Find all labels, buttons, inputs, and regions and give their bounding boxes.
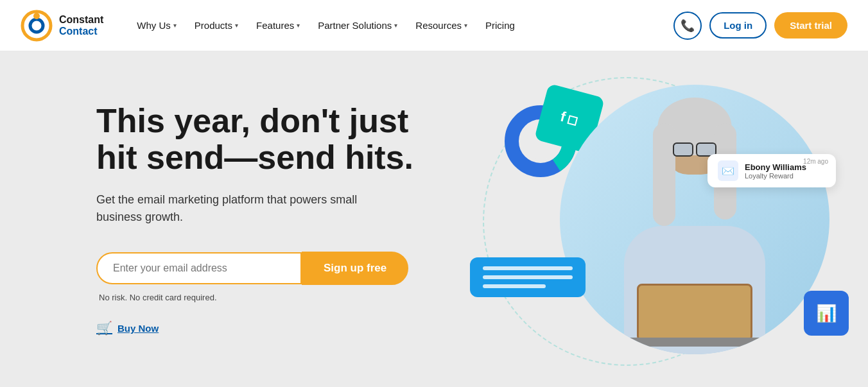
notification-text: Ebony Williams Loyalty Reward: [745, 162, 806, 180]
start-trial-button[interactable]: Start trial: [774, 12, 847, 39]
nav-partner-solutions[interactable]: Partner Solutions ▾: [310, 15, 405, 36]
chevron-down-icon: ▾: [235, 22, 238, 29]
hero-subheadline: Get the email marketing platform that po…: [96, 191, 404, 226]
hero-content: This year, don't just hit send—send hits…: [96, 103, 456, 336]
nav-actions: 📞 Log in Start trial: [673, 12, 847, 40]
nav-products[interactable]: Products ▾: [187, 15, 246, 36]
chevron-down-icon: ▾: [297, 22, 300, 29]
chevron-down-icon: ▾: [173, 22, 177, 29]
email-input[interactable]: [96, 252, 302, 284]
email-icon: ✉️: [718, 160, 738, 181]
chevron-down-icon: ▾: [394, 22, 397, 29]
chat-line-1: [483, 266, 573, 270]
notification-time: 12m ago: [803, 158, 828, 165]
notification-card: 12m ago ✉️ Ebony Williams Loyalty Reward: [707, 154, 836, 187]
svg-point-1: [30, 19, 43, 32]
nav-features[interactable]: Features ▾: [248, 15, 308, 36]
chart-icon: 📊: [816, 304, 837, 323]
signup-button[interactable]: Sign up free: [302, 252, 408, 285]
hero-headline: This year, don't just hit send—send hits…: [96, 103, 456, 176]
phone-icon: 📞: [681, 19, 695, 33]
person-image: [560, 85, 829, 354]
navbar: Constant Contact Why Us ▾ Products ▾ Fea…: [0, 0, 868, 51]
nav-pricing[interactable]: Pricing: [478, 15, 523, 36]
logo[interactable]: Constant Contact: [21, 10, 103, 42]
login-button[interactable]: Log in: [709, 12, 767, 39]
logo-contact: Contact: [59, 26, 103, 37]
buy-now-label: Buy Now: [117, 323, 159, 334]
phone-button[interactable]: 📞: [673, 12, 702, 40]
nav-why-us[interactable]: Why Us ▾: [129, 15, 184, 36]
svg-point-2: [33, 13, 40, 19]
hero-form: Sign up free: [96, 252, 456, 285]
logo-constant: Constant: [59, 14, 103, 26]
hero-section: This year, don't just hit send—send hits…: [0, 51, 868, 387]
hero-visual: f ◻: [431, 51, 868, 387]
chevron-down-icon: ▾: [464, 22, 467, 29]
nav-links: Why Us ▾ Products ▾ Features ▾ Partner S…: [129, 15, 673, 36]
chat-line-2: [483, 275, 573, 279]
nav-resources[interactable]: Resources ▾: [408, 15, 475, 36]
no-risk-text: No risk. No credit card required.: [99, 293, 456, 302]
chat-line-3: [483, 284, 546, 288]
chat-bubble: [470, 257, 586, 297]
notification-name: Ebony Williams: [745, 162, 806, 172]
cart-icon: 🛒: [96, 320, 112, 336]
notification-sub: Loyalty Reward: [745, 172, 806, 180]
buy-now-link[interactable]: 🛒 Buy Now: [96, 320, 456, 336]
chart-badge: 📊: [804, 291, 849, 336]
